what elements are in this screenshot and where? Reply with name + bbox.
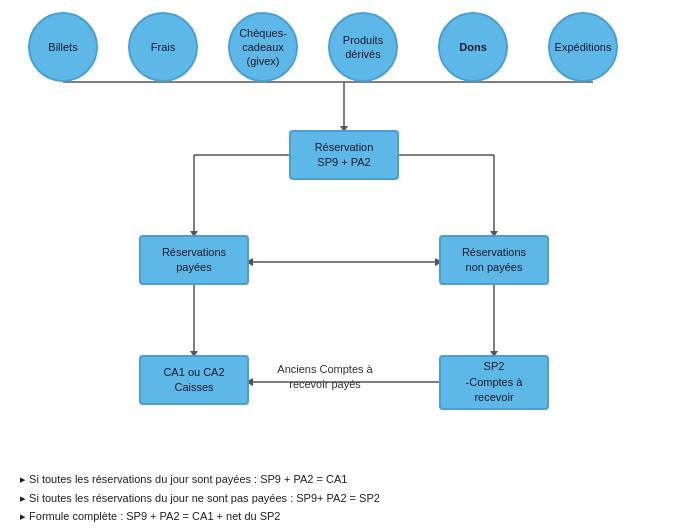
node-reservation: RéservationSP9 + PA2 [289,130,399,180]
node-ca1-ca2: CA1 ou CA2Caisses [139,355,249,405]
label-anciens-comptes: Anciens Comptes àrecevoir payés [265,362,385,393]
footnote-1: Si toutes les réservations du jour sont … [20,470,380,489]
node-reservations-non-payees: Réservationsnon payées [439,235,549,285]
diagram: Billets Frais Chèques-cadeaux(givex) Pro… [0,0,688,490]
node-billets: Billets [28,12,98,82]
node-produits: Produitsdérivés [328,12,398,82]
node-dons: Dons [438,12,508,82]
node-expeditions: Expéditions [548,12,618,82]
node-frais: Frais [128,12,198,82]
footnote-2: Si toutes les réservations du jour ne so… [20,489,380,508]
footnote-3: Formule complète : SP9 + PA2 = CA1 + net… [20,507,380,526]
node-reservations-payees: Réservationspayées [139,235,249,285]
node-sp2: SP2-Comptes àrecevoir [439,355,549,410]
node-cheques: Chèques-cadeaux(givex) [228,12,298,82]
footnotes: Si toutes les réservations du jour sont … [20,470,380,526]
